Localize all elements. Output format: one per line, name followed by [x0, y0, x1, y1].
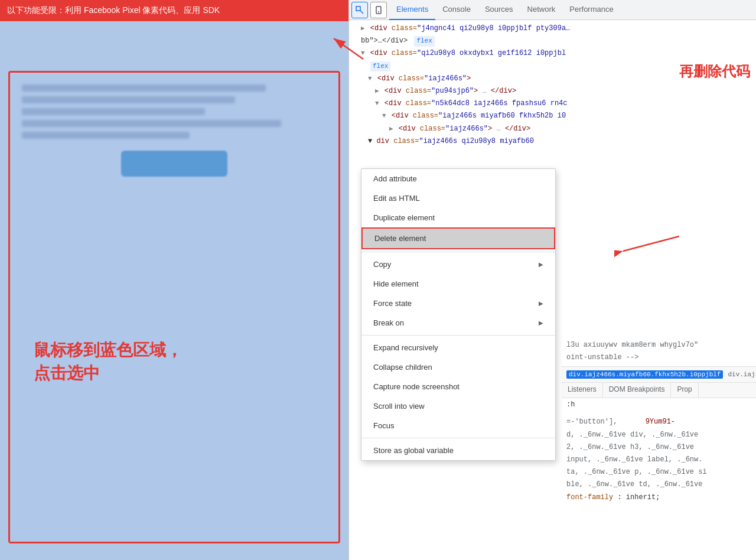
context-menu: Add attribute Edit as HTML Duplicate ele… [361, 168, 556, 461]
devtools-tabs: Elements Console Sources Network Perform… [349, 0, 756, 20]
phone-content [10, 73, 338, 200]
css-rules-panel: =-'button'], 9Yum91- d, ._6nw._61ve div,… [562, 414, 756, 506]
css-rule-line-1: =-'button'], 9Yum91- [566, 416, 751, 428]
menu-expand-recursively[interactable]: Expand recursively [361, 338, 555, 357]
menu-copy[interactable]: Copy ▶ [361, 255, 555, 274]
html-line-2: bb">…</div> flex [354, 35, 751, 47]
svg-line-1 [334, 38, 363, 59]
separator-3 [361, 438, 555, 438]
blue-button-preview [121, 151, 227, 177]
css-line-pseudo: :h [566, 401, 751, 409]
css-rule-line-5: ta, ._6nw._61ve p, ._6nw._61ve si [566, 466, 751, 478]
menu-edit-html[interactable]: Edit as HTML [361, 188, 555, 208]
html-line-7: ▼ <div class="n5k64dc8 iajz466s fpashsu6… [354, 97, 751, 110]
menu-force-state[interactable]: Force state ▶ [361, 294, 555, 313]
blurred-line-5 [22, 132, 190, 139]
context-menu-overlay: Add attribute Edit as HTML Duplicate ele… [349, 168, 756, 535]
css-rule-line-7: font-family : inherit; [566, 491, 751, 504]
annotation-delete-code: 再删除代码 [679, 62, 750, 81]
element-picker-icon[interactable] [351, 2, 368, 18]
blurred-line-1 [22, 84, 266, 92]
html-line-6: ▶ <div class="pu94sjp6"> … </div> [354, 85, 751, 97]
tab-performance[interactable]: Performance [562, 0, 620, 20]
tab-dom-breakpoints[interactable]: DOM Breakpoints [603, 383, 672, 398]
css-rule-line-2: d, ._6nw._61ve div, ._6nw._61ve [566, 429, 751, 441]
breadcrumb-bar: div.iajz466s.miyafb60.fkhx5h2b.i0ppjblf … [562, 366, 756, 383]
html-line-1: ▶ <div class="j4ngnc4i qi2u98y8 i0ppjblf… [354, 22, 751, 35]
devtools-source-right: l3u axiuuywv mkam8erm whyglv7o" oint-uns… [562, 337, 756, 535]
tab-properties[interactable]: Prop [671, 383, 698, 398]
tab-elements[interactable]: Elements [389, 0, 435, 20]
annotation-text: 鼠标移到蓝色区域， 点击选中 [34, 338, 183, 385]
menu-hide-element[interactable]: Hide element [361, 274, 555, 294]
separator-2 [361, 335, 555, 336]
html-line-9: ▶ <div class="iajz466s"> … </div> [354, 123, 751, 135]
svg-rect-4 [376, 6, 381, 14]
css-rule-line-6: ble, ._6nw._61ve td, ._6nw._61ve [566, 478, 751, 491]
html-line-10: ▼ div class="iajz466s qi2u98y8 miyafb60 [354, 135, 751, 148]
menu-capture-screenshot[interactable]: Capture node screenshot [361, 377, 555, 396]
red-arrow-right-icon [614, 230, 685, 260]
menu-add-attribute[interactable]: Add attribute [361, 169, 555, 188]
menu-store-global[interactable]: Store as global variable [361, 441, 555, 460]
bottom-line-1: l3u axiuuywv mkam8erm whyglv7o" [566, 339, 751, 351]
tab-console[interactable]: Console [435, 0, 478, 20]
menu-duplicate-element[interactable]: Duplicate element [361, 208, 555, 227]
device-toolbar-icon[interactable] [370, 2, 387, 18]
top-banner: 以下功能受限：利用 Facebook Pixel 像素代码、应用 SDK [0, 0, 348, 21]
break-on-arrow-icon: ▶ [539, 320, 543, 326]
svg-rect-2 [356, 6, 360, 11]
html-bottom-source: l3u axiuuywv mkam8erm whyglv7o" oint-uns… [562, 337, 756, 366]
breadcrumb-next: div.iajz466s.qi [728, 371, 756, 378]
blurred-line-3 [22, 108, 205, 115]
banner-text: 以下功能受限：利用 Facebook Pixel 像素代码、应用 SDK [7, 5, 220, 16]
menu-focus[interactable]: Focus [361, 416, 555, 435]
css-rule-line-4: input, ._6nw._61ve label, ._6nw. [566, 454, 751, 466]
css-panel: :h [562, 398, 756, 411]
props-tabs: Listeners DOM Breakpoints Prop [562, 383, 756, 398]
menu-collapse-children[interactable]: Collapse children [361, 357, 555, 377]
tab-network[interactable]: Network [520, 0, 563, 20]
phone-mockup: 鼠标移到蓝色区域， 点击选中 [8, 71, 340, 543]
menu-break-on[interactable]: Break on ▶ [361, 313, 555, 333]
copy-arrow-icon: ▶ [539, 261, 543, 268]
devtools-panel: Elements Console Sources Network Perform… [348, 0, 756, 560]
blurred-line-2 [22, 96, 235, 103]
webpage-preview: 以下功能受限：利用 Facebook Pixel 像素代码、应用 SDK 鼠标移… [0, 0, 348, 560]
tab-sources[interactable]: Sources [478, 0, 520, 20]
svg-line-7 [623, 236, 679, 251]
menu-delete-element[interactable]: Delete element [361, 227, 555, 249]
html-line-8: ▼ <div class="iajz466s miyafb60 fkhx5h2b… [354, 110, 751, 122]
tab-listeners[interactable]: Listeners [562, 383, 603, 398]
svg-line-3 [360, 11, 363, 14]
menu-scroll-into-view[interactable]: Scroll into view [361, 396, 555, 416]
force-state-arrow-icon: ▶ [539, 300, 543, 307]
breadcrumb-selected: div.iajz466s.miyafb60.fkhx5h2b.i0ppjblf [566, 370, 723, 379]
red-arrow-left-icon [322, 32, 369, 62]
blurred-line-4 [22, 120, 281, 127]
html-source-panel: ▶ <div class="j4ngnc4i qi2u98y8 i0ppjblf… [349, 20, 756, 185]
annotation-line2: 点击选中 [34, 364, 100, 382]
html-line-3: ▼ <div class="qi2u98y8 okxdybx1 ge1f1612… [354, 47, 751, 60]
css-rule-line-3: 2, ._6nw._61ve h3, ._6nw._61ve [566, 441, 751, 454]
annotation-line1: 鼠标移到蓝色区域， [34, 341, 183, 359]
bottom-line-2: oint-unstable --> [566, 351, 751, 364]
separator-1 [361, 252, 555, 252]
